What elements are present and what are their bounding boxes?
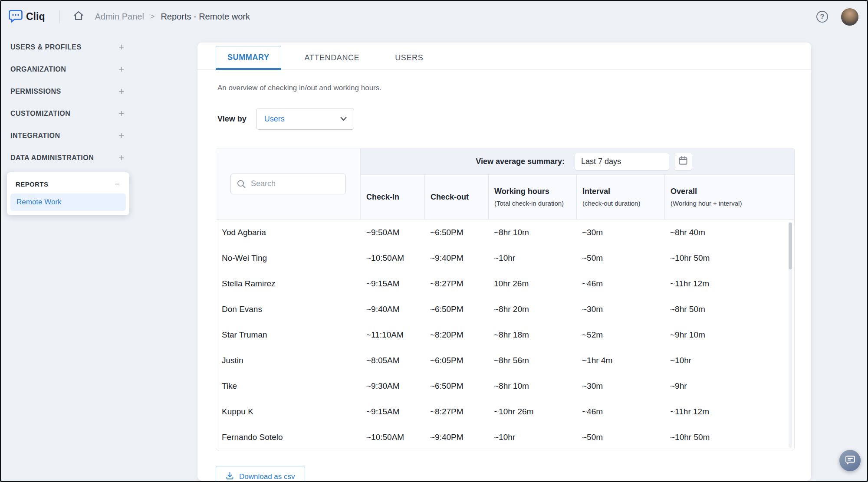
breadcrumb-current-page: Reports - Remote work <box>161 12 250 22</box>
collapse-minus-icon[interactable]: − <box>115 179 120 189</box>
check-in-cell: ~8:05AM <box>361 356 424 365</box>
column-headers-row: Check-in Check-out Working hours (Total … <box>361 175 794 219</box>
table-row: Don Evans ~9:40AM ~6:50PM ~8hr 20m ~30m … <box>216 296 794 322</box>
date-picker-button[interactable] <box>674 153 692 171</box>
sidebar-item-label: PERMISSIONS <box>10 88 61 95</box>
question-mark-icon: ? <box>820 13 825 21</box>
table-header: View average summary: <box>216 148 794 220</box>
sidebar-item-data-administration[interactable]: DATA ADMINISTRATION + <box>1 147 135 169</box>
breadcrumb-separator: > <box>150 12 155 21</box>
working-hours-cell: ~8hr 18m <box>488 330 576 340</box>
tab-summary[interactable]: SUMMARY <box>216 46 281 70</box>
check-in-cell: ~9:50AM <box>361 228 424 237</box>
download-csv-button[interactable]: Download as csv <box>216 466 305 481</box>
expand-plus-icon[interactable]: + <box>118 86 124 97</box>
chat-bubble-icon <box>845 455 855 467</box>
view-by-select[interactable]: Users <box>256 108 354 130</box>
sidebar-item-permissions[interactable]: PERMISSIONS + <box>1 80 135 102</box>
working-hours-cell: ~10hr 26m <box>488 407 576 416</box>
overall-cell: ~11hr 12m <box>664 407 794 416</box>
check-in-cell: ~9:15AM <box>361 279 424 289</box>
expand-plus-icon[interactable]: + <box>118 152 124 164</box>
view-by-value: Users <box>264 115 285 124</box>
check-in-cell: ~9:40AM <box>361 305 424 314</box>
sidebar-item-remote-work[interactable]: Remote Work <box>10 193 126 211</box>
sidebar-item-reports[interactable]: REPORTS − <box>10 175 126 193</box>
user-name-cell: Star Truman <box>216 330 361 340</box>
average-summary-label: View average summary: <box>476 157 565 166</box>
sidebar-item-label: ORGANIZATION <box>10 66 66 73</box>
table-row: Fernando Sotelo ~10:50AM ~9:40PM ~10hr ~… <box>216 424 794 450</box>
chevron-down-icon <box>340 115 347 123</box>
date-range-input[interactable] <box>575 153 669 171</box>
expand-plus-icon[interactable]: + <box>118 130 124 141</box>
expand-plus-icon[interactable]: + <box>118 64 124 75</box>
body-wrap: USERS & PROFILES + ORGANIZATION + PERMIS… <box>1 33 867 482</box>
user-name-cell: Fernando Sotelo <box>216 433 361 442</box>
chat-support-widget[interactable] <box>839 450 861 471</box>
sidebar-item-organization[interactable]: ORGANIZATION + <box>1 58 135 80</box>
check-out-cell: ~8:27PM <box>424 407 488 416</box>
expand-plus-icon[interactable]: + <box>118 108 124 119</box>
interval-cell: ~30m <box>576 381 664 391</box>
tab-attendance-label: ATTENDANCE <box>305 53 360 62</box>
check-out-cell: ~6:50PM <box>424 228 488 237</box>
check-out-cell: ~6:05PM <box>424 356 488 365</box>
top-bar: Cliq Admin Panel > Reports - Remote work… <box>1 1 867 33</box>
user-name-cell: Kuppu K <box>216 407 361 416</box>
view-by-row: View by Users <box>217 108 811 130</box>
column-title: Check-out <box>431 193 484 202</box>
working-hours-cell: ~8hr 10m <box>488 381 576 391</box>
breadcrumb-admin-panel[interactable]: Admin Panel <box>95 12 144 22</box>
check-out-cell: ~6:50PM <box>424 305 488 314</box>
chat-bubble-logo-icon <box>9 10 23 24</box>
brand-name: Cliq <box>26 11 45 23</box>
interval-cell: ~30m <box>576 305 664 314</box>
sidebar-item-integration[interactable]: INTEGRATION + <box>1 125 135 147</box>
column-header-interval: Interval (check-out duration) <box>576 175 664 219</box>
summary-description: An overview of checking in/out and worki… <box>217 84 811 92</box>
working-hours-cell: ~8hr 20m <box>488 305 576 314</box>
interval-cell: ~1hr 4m <box>576 356 664 365</box>
table-scrollbar-thumb[interactable] <box>789 223 792 269</box>
column-subtitle: (Working hour + interval) <box>671 200 790 207</box>
cliq-logo[interactable]: Cliq <box>9 10 45 24</box>
view-by-label: View by <box>217 115 247 124</box>
download-icon <box>226 472 234 481</box>
tab-users[interactable]: USERS <box>383 46 435 69</box>
sidebar-item-users-profiles[interactable]: USERS & PROFILES + <box>1 36 135 58</box>
sidebar-item-label: USERS & PROFILES <box>10 43 82 51</box>
check-in-cell: ~10:50AM <box>361 433 424 442</box>
download-csv-label: Download as csv <box>239 472 295 481</box>
user-name-cell: No-Wei Ting <box>216 253 361 263</box>
table-row: Star Truman ~11:10AM ~8:20PM ~8hr 18m ~5… <box>216 322 794 348</box>
search-input[interactable] <box>230 174 346 194</box>
user-avatar[interactable] <box>841 8 858 26</box>
interval-cell: ~50m <box>576 253 664 263</box>
tab-attendance[interactable]: ATTENDANCE <box>293 46 372 69</box>
table-body: Yod Agbaria ~9:50AM ~6:50PM ~8hr 10m ~30… <box>216 220 794 450</box>
home-button[interactable] <box>73 10 84 23</box>
check-in-cell: ~9:15AM <box>361 407 424 416</box>
app-window: Cliq Admin Panel > Reports - Remote work… <box>0 0 868 482</box>
remote-work-label: Remote Work <box>16 198 62 207</box>
sidebar-item-customization[interactable]: CUSTOMIZATION + <box>1 102 135 125</box>
search-icon <box>237 179 246 190</box>
sidebar-reports-section: REPORTS − Remote Work <box>7 172 129 215</box>
column-header-overall: Overall (Working hour + interval) <box>664 175 794 219</box>
sidebar-item-label: INTEGRATION <box>10 132 60 140</box>
sidebar-item-label: CUSTOMIZATION <box>10 110 70 118</box>
column-subtitle: (check-out duration) <box>582 200 660 207</box>
table-row: Justin ~8:05AM ~6:05PM ~8hr 56m ~1hr 4m … <box>216 348 794 373</box>
column-header-check-in: Check-in <box>361 175 424 219</box>
breadcrumb: Admin Panel > Reports - Remote work <box>95 12 250 22</box>
help-button[interactable]: ? <box>816 11 828 23</box>
expand-plus-icon[interactable]: + <box>118 42 124 53</box>
column-header-check-out: Check-out <box>424 175 488 219</box>
check-in-cell: ~11:10AM <box>361 330 424 340</box>
overall-cell: ~10hr 50m <box>664 253 794 263</box>
check-in-cell: ~9:30AM <box>361 381 424 391</box>
check-out-cell: ~8:27PM <box>424 279 488 289</box>
interval-cell: ~52m <box>576 330 664 340</box>
interval-cell: ~46m <box>576 279 664 289</box>
